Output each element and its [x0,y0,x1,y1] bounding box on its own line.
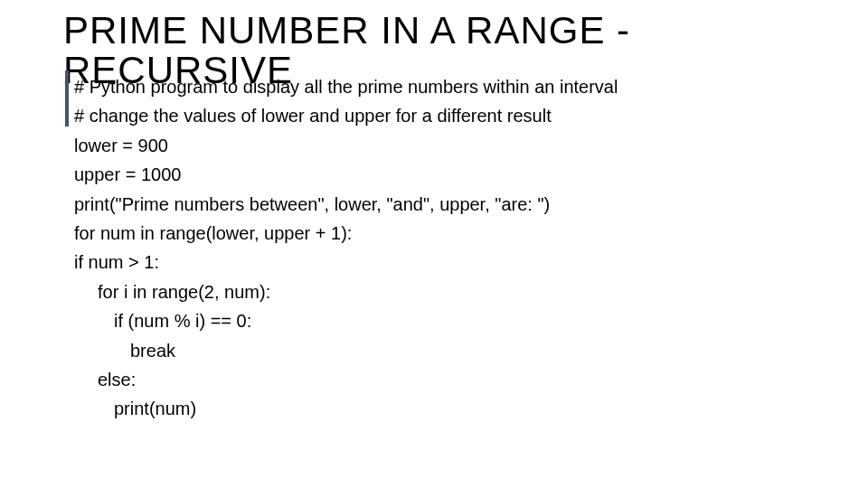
code-line-8: for i in range(2, num): [74,277,816,306]
code-line-10: break [74,336,816,365]
accent-bar [65,70,69,127]
title-line-1: PRIME NUMBER IN A RANGE - [63,11,630,51]
code-line-4: upper = 1000 [74,160,816,189]
code-line-2: # change the values of lower and upper f… [74,101,816,130]
code-line-3: lower = 900 [74,131,816,160]
code-line-11: else: [74,365,816,394]
code-line-12: print(num) [74,394,816,423]
code-line-1: # Python program to display all the prim… [74,72,816,101]
code-line-9: if (num % i) == 0: [74,306,816,335]
code-line-6: for num in range(lower, upper + 1): [74,219,816,248]
code-line-7: if num > 1: [74,248,816,277]
code-line-5: print("Prime numbers between", lower, "a… [74,190,816,219]
code-body: # Python program to display all the prim… [74,72,816,424]
slide: PRIME NUMBER IN A RANGE - RECURSIVE # Py… [0,0,868,488]
